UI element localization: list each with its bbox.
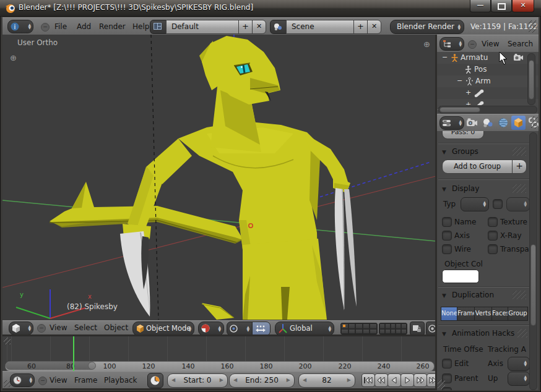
tracking-up-dropdown[interactable]: ▲▼ <box>508 372 530 386</box>
slider-right-arrow[interactable]: ▶ <box>287 377 290 383</box>
menu-file[interactable]: File <box>54 22 67 31</box>
display-transp-checkbox[interactable] <box>488 244 498 254</box>
display-xray-checkbox[interactable] <box>488 231 498 241</box>
collapse-menus-icon[interactable]: − <box>37 324 46 333</box>
collapse-menus-icon[interactable]: − <box>468 40 477 49</box>
layout-add-button[interactable]: + <box>238 20 253 34</box>
display-axis-checkbox[interactable] <box>442 231 452 241</box>
outliner-item-armature-data[interactable]: Arm <box>475 77 491 85</box>
slider-right-arrow[interactable]: ▶ <box>220 377 223 383</box>
timeoffset-edit-checkbox[interactable] <box>442 359 452 369</box>
draw-type-dropdown[interactable]: ▲▼ <box>461 197 489 211</box>
orientation-dropdown[interactable]: Global ▲▼ <box>275 322 334 336</box>
3d-viewport-canvas[interactable] <box>2 35 436 320</box>
panel-drag-grip[interactable] <box>513 291 526 299</box>
sidebar-expand-icon[interactable]: ⊕ <box>423 40 430 49</box>
panel-arrow-icon[interactable]: ▼ <box>442 292 446 299</box>
close-button[interactable]: ✕ <box>512 0 534 12</box>
panel-title-groups[interactable]: Groups <box>452 147 478 156</box>
layout-delete-button[interactable]: ✕ <box>252 20 266 34</box>
timeline-scrollbar[interactable]: 60 80 100 120 140 160 180 200 220 240 26… <box>5 361 435 372</box>
render-engine-dropdown[interactable]: Blender Render ▲▼ <box>390 20 464 34</box>
tab-scene-icon[interactable] <box>482 117 493 128</box>
expand-icon[interactable]: + <box>465 100 471 105</box>
panel-title-animation-hacks[interactable]: Animation Hacks <box>452 329 514 338</box>
properties-panel-object[interactable]: Pass: 0 ▼ Groups Add to Group + ▼ Displa… <box>437 131 539 390</box>
outliner-hscrollbar-thumb[interactable] <box>439 107 480 113</box>
duplication-option-group[interactable]: Group <box>508 307 528 321</box>
next-keyframe-button[interactable] <box>413 373 427 387</box>
outliner-vscrollbar[interactable] <box>527 53 535 105</box>
collapse-menus-icon[interactable]: − <box>38 377 47 385</box>
restrict-render-camera-icon[interactable] <box>514 53 524 61</box>
title-bar[interactable]: Blender* [Z:\!!! PROJECTS\!!! 3D\Spikesb… <box>0 0 541 17</box>
timeline-scrollbar-offtrack[interactable] <box>6 362 92 370</box>
duplication-option-faces[interactable]: Faces <box>491 307 508 321</box>
collapse-icon[interactable]: − <box>442 53 448 61</box>
editor-type-3dview-button[interactable]: ▲▼ <box>9 322 33 335</box>
menu-view[interactable]: View <box>50 323 67 332</box>
lock-to-scene-button[interactable] <box>410 322 425 336</box>
outliner-tree[interactable]: − Armatu Pos − Arm + + <box>437 52 539 105</box>
display-name-checkbox[interactable] <box>442 217 452 227</box>
outliner-vscrollbar-thumb[interactable] <box>529 60 534 100</box>
play-button[interactable] <box>400 373 414 387</box>
current-frame-field[interactable]: ◀ 82 ▶ <box>298 373 355 388</box>
manipulator-toggle[interactable] <box>252 322 270 336</box>
layer-grid-1[interactable] <box>340 323 378 334</box>
current-frame-line[interactable] <box>73 336 74 372</box>
timeline-scrollbar-knob[interactable] <box>88 362 96 370</box>
prev-keyframe-button[interactable] <box>374 373 388 387</box>
menu-object[interactable]: Object <box>104 323 128 332</box>
tab-world-icon[interactable] <box>498 117 509 128</box>
display-texture-checkbox[interactable] <box>488 217 498 227</box>
slider-right-arrow[interactable]: ▶ <box>347 377 351 383</box>
add-to-group-button[interactable]: Add to Group <box>442 160 513 174</box>
maximize-button[interactable] <box>491 0 512 12</box>
editor-type-properties-button[interactable]: ▲▼ <box>439 116 464 130</box>
jump-to-start-button[interactable] <box>361 373 375 387</box>
3d-viewport[interactable]: User Ortho ⊕ ⊕ (82) Spikesby y x <box>2 35 436 320</box>
properties-vscrollbar-thumb[interactable] <box>530 244 536 326</box>
panel-drag-grip[interactable] <box>513 184 526 193</box>
menu-select[interactable]: Select <box>74 323 97 332</box>
outliner-item-pose[interactable]: Pos <box>474 65 487 74</box>
editor-type-outliner-button[interactable]: ▲▼ <box>439 37 464 51</box>
layout-browse-button[interactable] <box>150 20 167 34</box>
outliner-item-armature[interactable]: Armatu <box>461 53 488 62</box>
layout-name-field[interactable]: Default <box>166 20 239 34</box>
menu-render[interactable]: Render <box>99 22 126 31</box>
viewport-shading-dropdown[interactable]: ▲▼ <box>198 322 224 336</box>
timeline-editor[interactable]: 60 80 100 120 140 160 180 200 220 240 26… <box>2 336 436 372</box>
menu-view[interactable]: View <box>482 40 499 48</box>
menu-playback[interactable]: Playback <box>104 376 137 385</box>
pass-index-field[interactable]: Pass: 0 <box>442 131 484 139</box>
panel-title-duplication[interactable]: Duplication <box>452 291 494 299</box>
tracking-axis-dropdown[interactable]: ▲▼ <box>508 357 530 371</box>
play-reverse-button[interactable] <box>387 373 401 387</box>
panel-drag-grip[interactable] <box>513 147 526 156</box>
panel-title-display[interactable]: Display <box>452 184 479 193</box>
editor-type-timeline-button[interactable]: ▲▼ <box>10 373 35 387</box>
end-frame-slider[interactable]: ◀ End: 250 ▶ <box>229 373 295 388</box>
mode-dropdown[interactable]: Object Mode ▲▼ <box>132 322 194 336</box>
area-corner-grip[interactable] <box>529 20 537 33</box>
start-frame-slider[interactable]: ◀ Start: 0 ▶ <box>167 373 228 388</box>
layer-grid-2[interactable] <box>379 323 407 334</box>
duplication-option-verts[interactable]: Verts <box>474 307 492 321</box>
area-corner-grip[interactable] <box>4 338 11 344</box>
draw-extra-dropdown[interactable]: ▲▼ <box>506 197 530 211</box>
scene-delete-button[interactable]: ✕ <box>367 20 381 34</box>
panel-arrow-icon[interactable]: ▼ <box>442 331 446 337</box>
object-color-swatch[interactable] <box>442 270 479 283</box>
time-toggle-button[interactable] <box>147 373 163 388</box>
outliner-hscroll-area[interactable] <box>437 105 539 114</box>
menu-add[interactable]: Add <box>77 22 91 31</box>
panel-arrow-icon[interactable]: ▼ <box>442 186 446 192</box>
duplication-option-frames[interactable]: Frames <box>457 307 475 321</box>
area-corner-grip[interactable] <box>438 380 445 389</box>
scene-add-button[interactable]: + <box>353 20 368 34</box>
menu-view[interactable]: View <box>50 376 67 385</box>
menu-help[interactable]: Help <box>132 22 149 31</box>
editor-type-info-button[interactable]: i ▲▼ <box>7 20 33 33</box>
